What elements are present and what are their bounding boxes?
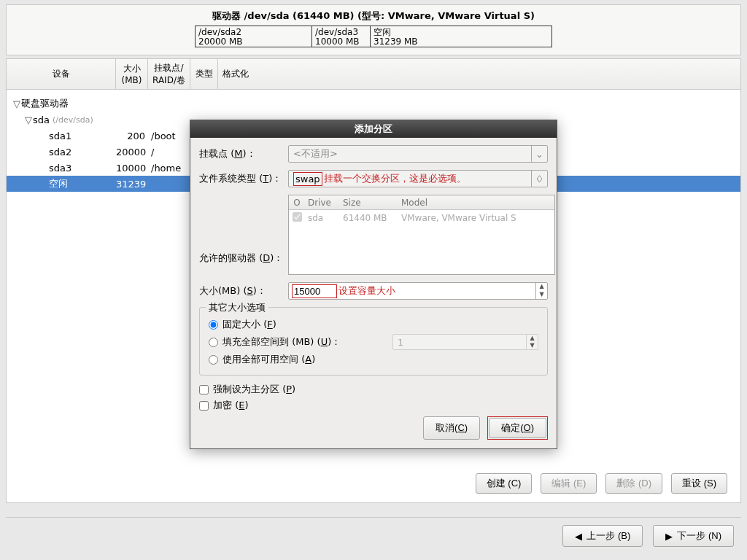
- tree-root[interactable]: ▽ 硬盘驱动器: [7, 96, 740, 112]
- size-label: 大小(MB) (S)：: [199, 284, 288, 298]
- col-mount[interactable]: 挂载点/ RAID/卷: [148, 59, 190, 89]
- drive-segment: /dev/sda2 20000 MB: [196, 26, 312, 47]
- size-annotation: 设置容量大小: [338, 284, 395, 298]
- drive-segment: 空闲 31239 MB: [371, 26, 551, 47]
- fstype-label: 文件系统类型 (T)：: [199, 172, 288, 185]
- encrypt-checkbox[interactable]: 加密 (E): [199, 399, 548, 412]
- next-button[interactable]: ▶ 下一步 (N): [653, 525, 734, 547]
- radio-fill-to[interactable]: 填充全部空间到 (MB) (U)： 1 ▲▼: [209, 334, 538, 350]
- col-device[interactable]: 设备: [7, 59, 116, 89]
- drive-title: 驱动器 /dev/sda (61440 MB) (型号: VMware, VMw…: [212, 9, 535, 26]
- spinner-buttons[interactable]: ▲▼: [535, 283, 547, 299]
- mountpoint-label: 挂载点 (M)：: [199, 147, 288, 160]
- disclosure-icon[interactable]: ▽: [12, 98, 21, 109]
- delete-button: 删除 (D): [605, 473, 662, 494]
- drive-checkbox: [293, 212, 302, 222]
- spinner-icon: ♢: [531, 171, 547, 187]
- drive-segment: /dev/sda3 10000 MB: [312, 26, 371, 47]
- radio-fixed-size[interactable]: 固定大小 (F): [209, 318, 538, 331]
- other-size-legend: 其它大小选项: [206, 301, 268, 314]
- mountpoint-combo[interactable]: <不适用> ⌄: [288, 145, 548, 163]
- nav-buttons: ◀ 上一步 (B) ▶ 下一步 (N): [562, 525, 734, 547]
- radio-use-all[interactable]: 使用全部可用空间 (A): [209, 353, 538, 366]
- other-size-options: 其它大小选项 固定大小 (F) 填充全部空间到 (MB) (U)： 1 ▲▼ 使…: [199, 307, 548, 376]
- size-input[interactable]: [294, 286, 335, 297]
- main-action-buttons: 创建 (C) 编辑 (E) 删除 (D) 重设 (S): [476, 473, 727, 494]
- reset-button[interactable]: 重设 (S): [671, 473, 727, 494]
- col-format[interactable]: 格式化: [218, 59, 253, 89]
- fstype-annotation: 挂载一个交换分区，这是必选项。: [324, 172, 466, 185]
- chevron-down-icon: ⌄: [531, 146, 547, 162]
- ok-button[interactable]: 确定(O): [489, 418, 546, 438]
- add-partition-dialog: 添加分区 挂载点 (M)： <不适用> ⌄ 文件系统类型 (T)： swap 挂…: [190, 120, 557, 449]
- col-type[interactable]: 类型: [190, 59, 218, 89]
- arrow-right-icon: ▶: [665, 531, 673, 542]
- back-button[interactable]: ◀ 上一步 (B): [562, 525, 643, 547]
- allowable-drives-label: 允许的驱动器 (D)：: [199, 252, 288, 265]
- column-headers: 设备 大小(MB) 挂载点/ RAID/卷 类型 格式化: [7, 59, 740, 90]
- disclosure-icon[interactable]: ▽: [24, 114, 33, 125]
- drive-summary-panel: 驱动器 /dev/sda (61440 MB) (型号: VMware, VMw…: [6, 4, 741, 55]
- separator: [6, 517, 741, 518]
- size-spinner[interactable]: 设置容量大小 ▲▼: [288, 282, 548, 300]
- drive-row[interactable]: sda 61440 MB VMware, VMware Virtual S: [289, 210, 554, 226]
- edit-button: 编辑 (E): [541, 473, 597, 494]
- cancel-button[interactable]: 取消(C): [423, 416, 480, 440]
- drives-header: O Drive Size Model: [289, 195, 554, 210]
- allowable-drives-table[interactable]: O Drive Size Model sda 61440 MB VMware, …: [288, 195, 555, 275]
- dialog-title: 添加分区: [190, 120, 557, 138]
- drive-usage-bar: /dev/sda2 20000 MB /dev/sda3 10000 MB 空闲…: [195, 26, 552, 47]
- col-size[interactable]: 大小(MB): [116, 59, 148, 89]
- arrow-left-icon: ◀: [575, 531, 582, 542]
- fill-to-spinner: 1 ▲▼: [392, 334, 538, 350]
- create-button[interactable]: 创建 (C): [476, 473, 533, 494]
- force-primary-checkbox[interactable]: 强制设为主分区 (P): [199, 383, 548, 396]
- fstype-combo[interactable]: swap 挂载一个交换分区，这是必选项。 ♢: [288, 170, 548, 187]
